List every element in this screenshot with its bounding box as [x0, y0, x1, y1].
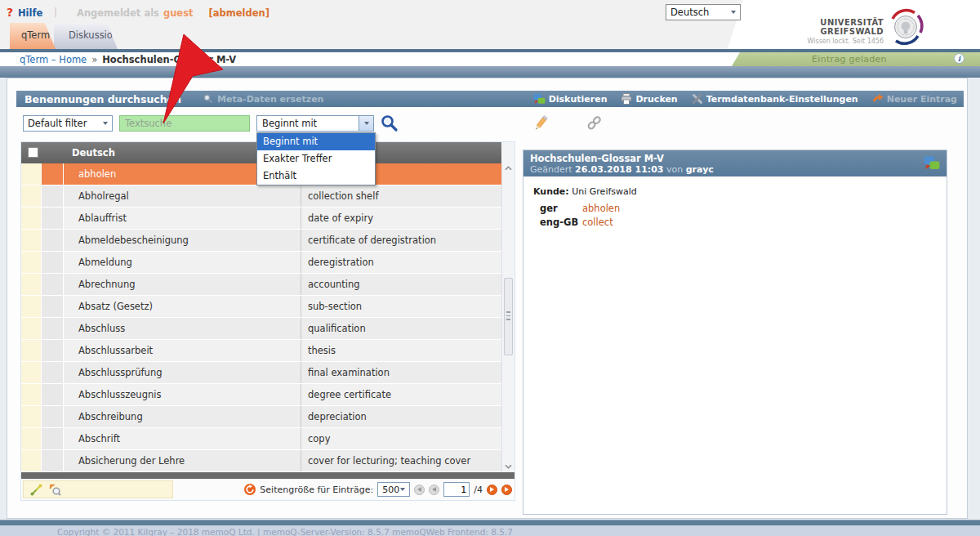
row-marker-cell — [21, 362, 42, 383]
username: guest — [163, 7, 194, 19]
table-row[interactable]: Abmeldung deregistration — [21, 252, 501, 274]
page-size-value: 500 — [382, 485, 399, 495]
next-page-button[interactable] — [487, 485, 497, 495]
tab-diskussion[interactable]: Diskussion — [54, 23, 118, 49]
scrollbar-thumb[interactable] — [504, 278, 513, 355]
discuss-icon — [533, 93, 546, 105]
total-pages-label: /4 — [474, 485, 483, 495]
new-entry-button[interactable]: Neuer Eintrag — [872, 93, 957, 105]
scroll-up-icon[interactable] — [505, 166, 512, 171]
discuss-button[interactable]: Diskutieren — [533, 93, 608, 105]
new-entry-icon — [872, 93, 884, 105]
translation-cell: thesis — [301, 340, 501, 361]
replace-meta-button[interactable]: Meta-Daten ersetzen — [217, 94, 323, 105]
header-band — [0, 66, 980, 78]
table-row[interactable]: Abrechnung accounting — [21, 274, 501, 296]
select-arrow-button[interactable] — [359, 116, 373, 131]
table-row[interactable]: Abschrift copy — [21, 428, 501, 450]
entry-term-row: eng-GB collect — [540, 217, 620, 228]
row-marker-cell — [21, 274, 42, 295]
modified-by: grayc — [686, 164, 714, 175]
row-status-cell — [42, 185, 64, 207]
table-row[interactable]: Abschlussarbeit thesis — [21, 340, 501, 362]
row-marker-cell — [21, 230, 42, 251]
term-cell: Abmeldebescheinigung — [64, 230, 301, 251]
breadcrumb-home-link[interactable]: qTerm – Home — [20, 54, 87, 65]
match-mode-select[interactable]: Beginnt mit — [256, 115, 374, 132]
first-page-button[interactable] — [414, 485, 425, 495]
entry-terms: ger abholen eng-GB collect — [540, 203, 620, 230]
search-replace-icon[interactable] — [49, 484, 61, 496]
table-row[interactable]: Absicherung der Lehre cover for lecturin… — [21, 450, 501, 472]
termbase-settings-button[interactable]: Termdatenbank-Einstellungen — [692, 93, 858, 105]
table-row[interactable]: Abschlussprüfung final examination — [21, 362, 501, 384]
language-select[interactable]: Deutsch — [666, 4, 741, 20]
modified-datetime: 26.03.2018 11:03 — [575, 164, 663, 175]
info-icon[interactable]: i — [954, 53, 964, 64]
refresh-icon[interactable] — [244, 484, 256, 495]
table-row[interactable]: Abmeldebescheinigung certificate of dere… — [21, 230, 501, 252]
grid-footer-tools — [23, 480, 173, 498]
link-chain-icon[interactable] — [586, 114, 603, 132]
term-link[interactable]: abholen — [582, 203, 620, 214]
row-marker-cell — [21, 163, 42, 185]
edit-pencil-icon[interactable] — [532, 114, 550, 132]
chevron-down-icon — [103, 122, 108, 125]
row-status-cell — [42, 340, 64, 361]
row-status-cell — [42, 406, 64, 427]
grid-toolbar: Benennungen durchsuchen Meta-Daten erset… — [16, 91, 964, 107]
table-row[interactable]: Abholregal collection shelf — [21, 185, 501, 208]
row-status-cell — [42, 163, 64, 185]
separator: | — [54, 7, 57, 18]
last-page-button[interactable] — [501, 485, 512, 495]
filter-select[interactable]: Default filter — [23, 115, 113, 132]
logout-link[interactable]: [abmelden] — [209, 7, 270, 19]
term-link[interactable]: collect — [582, 217, 613, 228]
row-status-cell — [42, 208, 64, 229]
translation-cell: date of expiry — [301, 208, 501, 229]
vertical-scrollbar[interactable] — [501, 163, 514, 472]
column-header-deutsch[interactable]: Deutsch — [72, 147, 115, 159]
page-size-select[interactable]: 500 — [377, 482, 410, 497]
dropdown-option-beginnt-mit[interactable]: Beginnt mit — [257, 133, 375, 150]
table-row[interactable]: Absatz (Gesetz) sub-section — [21, 296, 501, 318]
row-marker-cell — [21, 450, 42, 471]
row-status-cell — [42, 296, 64, 317]
discuss-label: Diskutieren — [549, 94, 608, 105]
toolbar-actions: Diskutieren Drucken Termdatenbank-Einste… — [533, 91, 957, 107]
match-mode-value: Beginnt mit — [257, 118, 317, 129]
toolbar-title: Benennungen durchsuchen — [24, 93, 181, 105]
term-cell: Abmeldung — [64, 252, 301, 273]
table-row[interactable]: Ablauffrist date of expiry — [21, 208, 501, 230]
printer-icon — [621, 93, 632, 105]
scroll-down-icon[interactable] — [505, 464, 512, 469]
entry-panel: Hochschulen-Glossar M-V Geändert 26.03.2… — [523, 150, 947, 515]
prev-page-button[interactable] — [429, 485, 439, 495]
qterm-app: ? Hilfe | Angemeldet als guest [abmelden… — [0, 0, 980, 536]
print-button[interactable]: Drucken — [621, 93, 677, 105]
entry-discuss-icon[interactable] — [924, 155, 940, 172]
breadcrumb: qTerm – Home » Hochschulen-Glossar M-V — [20, 54, 236, 65]
translation-cell: deregistration — [301, 252, 501, 273]
table-row[interactable]: Abschlusszeugnis degree certificate — [21, 384, 501, 406]
dropdown-option-enthaelt[interactable]: Enthält — [257, 168, 375, 185]
new-entry-label: Neuer Eintrag — [887, 94, 957, 105]
pagination: Seitengröße für Einträge: 500 /4 — [244, 479, 512, 500]
page-number-input[interactable] — [443, 482, 470, 497]
page-size-label: Seitengröße für Einträge: — [260, 485, 373, 495]
row-status-cell — [42, 362, 64, 383]
term-cell: Absicherung der Lehre — [64, 450, 301, 471]
table-row[interactable]: Abschluss qualification — [21, 318, 501, 340]
search-button[interactable] — [380, 114, 399, 132]
term-cell: Abrechnung — [64, 274, 301, 295]
term-language: eng-GB — [540, 217, 582, 228]
filter-select-value: Default filter — [28, 118, 87, 129]
translation-cell: cover for lecturing; teaching cover — [301, 450, 501, 471]
merge-arrows-icon[interactable] — [30, 484, 42, 496]
table-row[interactable]: Abschreibung depreciation — [21, 406, 501, 428]
dropdown-option-exakter-treffer[interactable]: Exakter Treffer — [257, 150, 375, 168]
help-link[interactable]: Hilfe — [18, 7, 42, 19]
row-marker-cell — [21, 406, 42, 427]
select-all-checkbox[interactable] — [28, 147, 38, 158]
search-input[interactable] — [119, 115, 250, 132]
